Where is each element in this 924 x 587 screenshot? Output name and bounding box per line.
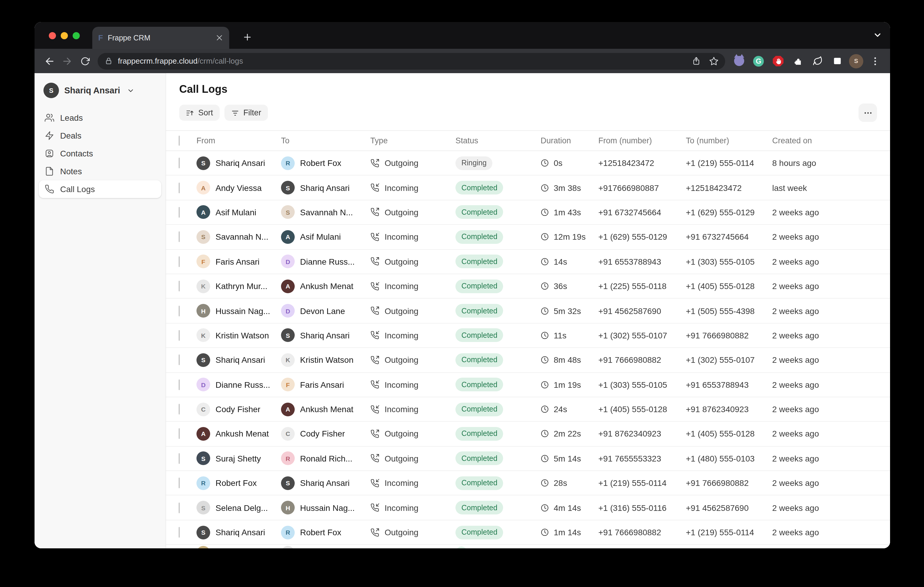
table-row[interactable]: H Hussain Nag... D Devon Lane OutgoingCo… [166, 299, 890, 324]
table-row[interactable]: S Selena Delg... H Hussain Nag... Incomi… [166, 496, 890, 520]
row-checkbox[interactable] [178, 429, 180, 439]
row-checkbox[interactable] [178, 158, 180, 168]
phone-icon [45, 184, 54, 194]
table-row[interactable]: A Asif Mulani S Savannah N... OutgoingCo… [166, 201, 890, 225]
table-row[interactable]: A Ankush Menat C Cody Fisher OutgoingCom… [166, 422, 890, 447]
call-type: Outgoing [370, 454, 455, 463]
row-checkbox[interactable] [178, 478, 180, 488]
contact-name: Robert Fox [300, 528, 342, 537]
row-checkbox[interactable] [178, 355, 180, 365]
column-header[interactable]: Duration [541, 136, 598, 145]
row-checkbox[interactable] [178, 182, 180, 193]
table-row[interactable]: S Suraj Shetty R Ronald Rich... Outgoing… [166, 446, 890, 471]
status-badge: Completed [455, 353, 503, 367]
clock-icon [541, 454, 549, 463]
select-all-checkbox[interactable] [178, 136, 180, 146]
table-row[interactable]: A Andy Viessa S Shariq Ansari IncomingCo… [166, 176, 890, 201]
tab-close-icon[interactable] [216, 34, 223, 42]
sidebar-item-contacts[interactable]: Contacts [39, 145, 161, 162]
user-menu[interactable]: S Shariq Ansari [39, 82, 161, 99]
reload-button[interactable] [76, 52, 94, 70]
row-checkbox[interactable] [178, 257, 180, 267]
window-close-button[interactable] [49, 32, 56, 39]
row-checkbox[interactable] [178, 527, 180, 538]
status-badge: Completed [455, 304, 503, 317]
column-header[interactable]: Status [455, 136, 541, 145]
table-row[interactable]: D Dianne Russ... F Faris Ansari Incoming… [166, 373, 890, 397]
outgoing-call-icon [370, 429, 379, 438]
from-contact: C Cody Fisher [196, 402, 281, 416]
energy-saver-leaf-icon[interactable] [810, 53, 825, 69]
table-row[interactable]: F Faris Ansari D Dianne Russ... Outgoing… [166, 250, 890, 274]
browser-profile-avatar[interactable]: S [849, 54, 863, 68]
sidebar-item-leads[interactable]: Leads [39, 109, 161, 127]
table-row[interactable]: C Cody Fisher A Ankush Menat IncomingCom… [166, 397, 890, 422]
row-checkbox[interactable] [178, 404, 180, 414]
avatar: F [281, 378, 295, 391]
table-row[interactable]: S Shariq Ansari K Kristin Watson Outgoin… [166, 348, 890, 373]
browser-menu-icon[interactable] [868, 53, 883, 69]
sidebar-item-deals[interactable]: Deals [39, 127, 161, 145]
avatar: H [281, 501, 295, 515]
column-header[interactable]: To [281, 136, 370, 145]
window-minimize-button[interactable] [61, 32, 68, 39]
call-type: Outgoing [370, 429, 455, 439]
table-row[interactable]: R Robert Fox S Shariq Ansari IncomingCom… [166, 471, 890, 496]
table-row[interactable]: S Shariq Ansari R Robert Fox OutgoingCom… [166, 520, 890, 545]
github-extension-icon[interactable] [731, 53, 747, 69]
extensions-puzzle-icon[interactable] [790, 53, 805, 69]
forward-button[interactable] [58, 52, 76, 70]
sidebar-item-notes[interactable]: Notes [39, 162, 161, 180]
adblock-extension-icon[interactable] [771, 53, 786, 69]
column-header[interactable]: To (number) [686, 136, 772, 145]
back-button[interactable] [41, 52, 58, 70]
row-checkbox[interactable] [178, 502, 180, 513]
contact-name: Cody Fisher [216, 404, 261, 414]
new-tab-button[interactable] [238, 28, 256, 46]
to-number: +91 6553788943 [686, 380, 772, 389]
call-duration: 28s [541, 478, 598, 488]
to-contact: F Faris Ansari [281, 378, 370, 391]
call-logs-table: FromToTypeStatusDurationFrom (number)To … [166, 130, 890, 548]
row-checkbox[interactable] [178, 379, 180, 390]
table-row-partial [166, 545, 890, 549]
browser-tab[interactable]: F Frappe CRM [92, 27, 229, 49]
row-checkbox[interactable] [178, 306, 180, 316]
more-options-button[interactable] [858, 104, 877, 122]
tab-search-chevron-icon[interactable] [873, 30, 882, 40]
sort-button[interactable]: Sort [179, 105, 220, 121]
contact-name: Shariq Ansari [300, 478, 350, 488]
table-row[interactable]: S Savannah N... A Asif Mulani IncomingCo… [166, 225, 890, 250]
status-badge: Completed [455, 525, 503, 539]
column-header[interactable]: Created on [772, 136, 890, 145]
sidebar-toggle-icon[interactable] [829, 53, 845, 69]
table-row[interactable]: S Shariq Ansari R Robert Fox OutgoingRin… [166, 151, 890, 176]
grammarly-extension-icon[interactable]: G [751, 53, 766, 69]
clock-icon [541, 282, 549, 290]
from-contact: S Savannah N... [196, 230, 281, 244]
call-duration: 1m 14s [541, 528, 598, 537]
window-zoom-button[interactable] [73, 32, 80, 39]
row-checkbox[interactable] [178, 281, 180, 291]
bookmark-star-icon[interactable] [706, 53, 721, 69]
share-icon[interactable] [688, 53, 704, 69]
avatar: S [281, 329, 295, 342]
table-header-row: FromToTypeStatusDurationFrom (number)To … [166, 130, 890, 151]
address-bar[interactable]: frappecrm.frappe.cloud/crm/call-logs [97, 53, 725, 69]
row-checkbox[interactable] [178, 232, 180, 242]
to-number: +1 (303) 555-0105 [686, 257, 772, 266]
column-header[interactable]: From (number) [598, 136, 686, 145]
column-header[interactable]: Type [370, 136, 455, 145]
filter-button[interactable]: Filter [224, 105, 268, 121]
row-checkbox[interactable] [178, 330, 180, 341]
url-text[interactable]: frappecrm.frappe.cloud/crm/call-logs [118, 56, 688, 66]
row-checkbox[interactable] [178, 207, 180, 218]
avatar: R [281, 525, 295, 539]
row-checkbox[interactable] [178, 453, 180, 464]
table-row[interactable]: K Kristin Watson S Shariq Ansari Incomin… [166, 323, 890, 348]
contact-name: Ankush Menat [300, 281, 353, 291]
browser-window: F Frappe CRM frappecrm.frappe.cloud/crm/… [35, 22, 890, 548]
column-header[interactable]: From [196, 136, 281, 145]
sidebar-item-call-logs[interactable]: Call Logs [39, 180, 161, 198]
table-row[interactable]: K Kathryn Mur... A Ankush Menat Incoming… [166, 274, 890, 299]
